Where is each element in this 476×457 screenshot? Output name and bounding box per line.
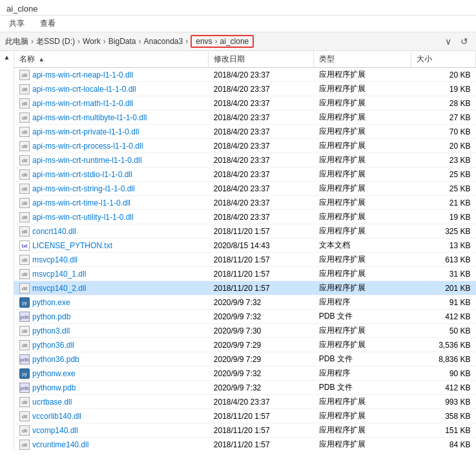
file-name[interactable]: api-ms-win-crt-neap-l1-1-0.dll: [32, 70, 133, 80]
file-name[interactable]: python.exe: [32, 298, 70, 307]
table-row[interactable]: dllucrtbase.dll2018/4/20 23:37应用程序扩展993 …: [14, 395, 476, 409]
file-size-cell: 412 KB: [411, 310, 475, 324]
file-name[interactable]: api-ms-win-crt-locale-l1-1-0.dll: [32, 85, 136, 94]
table-row[interactable]: dllmsvcp140_1.dll2018/11/20 1:57应用程序扩展31…: [14, 267, 476, 281]
file-name[interactable]: concrt140.dll: [32, 227, 76, 236]
table-row[interactable]: dllpython3.dll2020/9/9 7:30应用程序扩展50 KB: [14, 324, 476, 338]
file-name[interactable]: msvcp140_1.dll: [32, 270, 86, 279]
col-header-size[interactable]: 大小: [411, 51, 475, 68]
file-name[interactable]: pythonw.exe: [32, 369, 76, 378]
toolbar-share[interactable]: 共享: [6, 17, 27, 30]
address-refresh-btn[interactable]: ↺: [458, 35, 471, 48]
table-row[interactable]: pypythonw.exe2020/9/9 7:32应用程序90 KB: [14, 367, 476, 381]
file-name[interactable]: python36.dll: [32, 341, 74, 350]
file-name-cell: dllconcrt140.dll: [14, 224, 209, 239]
file-date-cell: 2018/4/20 23:37: [209, 96, 314, 111]
table-row[interactable]: dllvcomp140.dll2018/11/20 1:57应用程序扩展151 …: [14, 423, 476, 438]
file-name[interactable]: pythonw.pdb: [32, 383, 76, 392]
file-name[interactable]: LICENSE_PYTHON.txt: [32, 241, 112, 250]
table-row[interactable]: dllapi-ms-win-crt-process-l1-1-0.dll2018…: [14, 139, 476, 153]
table-row[interactable]: dllpython36.dll2020/9/9 7:29应用程序扩展3,536 …: [14, 338, 476, 352]
table-row[interactable]: dllapi-ms-win-crt-multibyte-l1-1-0.dll20…: [14, 111, 476, 125]
file-type-cell: 应用程序扩展: [314, 125, 411, 139]
table-row[interactable]: dllmsvcp140_2.dll2018/11/20 1:57应用程序扩展20…: [14, 281, 476, 295]
table-row[interactable]: dllapi-ms-win-crt-math-l1-1-0.dll2018/4/…: [14, 96, 476, 111]
address-bar: 此电脑 › 老SSD (D:) › Work › BigData › Anaco…: [0, 32, 476, 51]
file-size-cell: 27 KB: [411, 111, 475, 125]
file-name[interactable]: vccorlib140.dll: [32, 412, 81, 421]
file-type-cell: 应用程序扩展: [314, 438, 411, 451]
file-name[interactable]: vcruntime140.dll: [32, 440, 88, 449]
file-date-cell: 2018/4/20 23:37: [209, 111, 314, 125]
main-content[interactable]: 名称 ▲ 修改日期 类型 大小 dllapi-ms-win-crt-neap-l…: [14, 51, 476, 450]
file-type-cell: 应用程序扩展: [314, 224, 411, 239]
table-row[interactable]: dllvcruntime140.dll2018/11/20 1:57应用程序扩展…: [14, 438, 476, 451]
dll-icon: dll: [19, 112, 30, 123]
address-envs[interactable]: envs: [196, 37, 212, 46]
toolbar-view[interactable]: 查看: [37, 17, 58, 30]
file-name[interactable]: python.pdb: [32, 312, 70, 321]
col-header-name[interactable]: 名称 ▲: [14, 51, 209, 68]
window-title: ai_clone: [6, 4, 37, 14]
file-type-cell: 应用程序扩展: [314, 167, 411, 182]
dll-icon: dll: [19, 397, 30, 407]
address-ai-clone[interactable]: ai_clone: [220, 37, 249, 46]
table-row[interactable]: pdbpython.pdb2020/9/9 7:32PDB 文件412 KB: [14, 310, 476, 324]
file-name[interactable]: api-ms-win-crt-utility-l1-1-0.dll: [32, 213, 134, 222]
address-drive-d[interactable]: 老SSD (D:): [36, 36, 75, 47]
file-name[interactable]: api-ms-win-crt-time-l1-1-0.dll: [32, 198, 130, 207]
file-name-cell: dllapi-ms-win-crt-string-l1-1-0.dll: [14, 182, 209, 196]
file-name-cell: dllapi-ms-win-crt-time-l1-1-0.dll: [14, 196, 209, 210]
table-row[interactable]: dllvccorlib140.dll2018/11/20 1:57应用程序扩展3…: [14, 409, 476, 423]
file-type-cell: 应用程序扩展: [314, 139, 411, 153]
dll-icon: dll: [19, 226, 30, 237]
file-name[interactable]: ucrtbase.dll: [32, 398, 72, 407]
table-row[interactable]: pdbpython36.pdb2020/9/9 7:29PDB 文件8,836 …: [14, 352, 476, 367]
table-row[interactable]: dllapi-ms-win-crt-neap-l1-1-0.dll2018/4/…: [14, 68, 476, 82]
dll-icon: dll: [19, 155, 30, 165]
toolbar: 共享 查看: [0, 16, 476, 32]
address-work[interactable]: Work: [83, 37, 101, 46]
table-row[interactable]: dllapi-ms-win-crt-private-l1-1-0.dll2018…: [14, 125, 476, 139]
table-row[interactable]: dllapi-ms-win-crt-utility-l1-1-0.dll2018…: [14, 210, 476, 224]
file-name[interactable]: api-ms-win-crt-math-l1-1-0.dll: [32, 99, 133, 108]
file-type-cell: 应用程序扩展: [314, 82, 411, 96]
file-date-cell: 2018/4/20 23:37: [209, 167, 314, 182]
file-name[interactable]: vcomp140.dll: [32, 426, 78, 435]
table-row[interactable]: dllapi-ms-win-crt-string-l1-1-0.dll2018/…: [14, 182, 476, 196]
table-row[interactable]: dllapi-ms-win-crt-stdio-l1-1-0.dll2018/4…: [14, 167, 476, 182]
table-row[interactable]: dllapi-ms-win-crt-runtime-l1-1-0.dll2018…: [14, 153, 476, 167]
file-name-cell: dllapi-ms-win-crt-locale-l1-1-0.dll: [14, 82, 209, 96]
table-row[interactable]: pypython.exe2020/9/9 7:32应用程序91 KB: [14, 295, 476, 310]
sidebar-collapse-arrow[interactable]: ▲: [4, 54, 10, 61]
file-name-cell: dllvcomp140.dll: [14, 423, 209, 438]
file-name[interactable]: python36.pdb: [32, 355, 79, 364]
col-header-date[interactable]: 修改日期: [209, 51, 314, 68]
table-row[interactable]: pdbpythonw.pdb2020/9/9 7:32PDB 文件412 KB: [14, 381, 476, 395]
file-name[interactable]: msvcp140.dll: [32, 255, 78, 264]
table-row[interactable]: dllconcrt140.dll2018/11/20 1:57应用程序扩展325…: [14, 224, 476, 239]
file-name[interactable]: api-ms-win-crt-stdio-l1-1-0.dll: [32, 170, 132, 179]
file-type-cell: 应用程序扩展: [314, 324, 411, 338]
file-type-cell: 应用程序扩展: [314, 210, 411, 224]
address-dropdown-btn[interactable]: ∨: [442, 35, 454, 48]
table-row[interactable]: dllmsvcp140.dll2018/11/20 1:57应用程序扩展613 …: [14, 253, 476, 267]
file-type-cell: 应用程序: [314, 367, 411, 381]
table-row[interactable]: txtLICENSE_PYTHON.txt2020/8/15 14:43文本文档…: [14, 239, 476, 253]
file-name[interactable]: api-ms-win-crt-private-l1-1-0.dll: [32, 127, 139, 136]
file-name[interactable]: python3.dll: [32, 326, 70, 335]
col-header-type[interactable]: 类型: [314, 51, 411, 68]
address-anaconda3[interactable]: Anaconda3: [143, 37, 183, 46]
table-row[interactable]: dllapi-ms-win-crt-locale-l1-1-0.dll2018/…: [14, 82, 476, 96]
file-name[interactable]: api-ms-win-crt-process-l1-1-0.dll: [32, 142, 143, 151]
file-name[interactable]: msvcp140_2.dll: [32, 284, 86, 293]
sep-5: ›: [185, 37, 188, 46]
table-row[interactable]: dllapi-ms-win-crt-time-l1-1-0.dll2018/4/…: [14, 196, 476, 210]
file-size-cell: 201 KB: [411, 281, 475, 295]
file-name[interactable]: api-ms-win-crt-string-l1-1-0.dll: [32, 184, 135, 193]
file-name[interactable]: api-ms-win-crt-runtime-l1-1-0.dll: [32, 156, 141, 165]
address-bigdata[interactable]: BigData: [109, 37, 136, 46]
file-size-cell: 151 KB: [411, 423, 475, 438]
address-this-pc[interactable]: 此电脑: [5, 36, 28, 47]
file-name[interactable]: api-ms-win-crt-multibyte-l1-1-0.dll: [32, 113, 147, 122]
